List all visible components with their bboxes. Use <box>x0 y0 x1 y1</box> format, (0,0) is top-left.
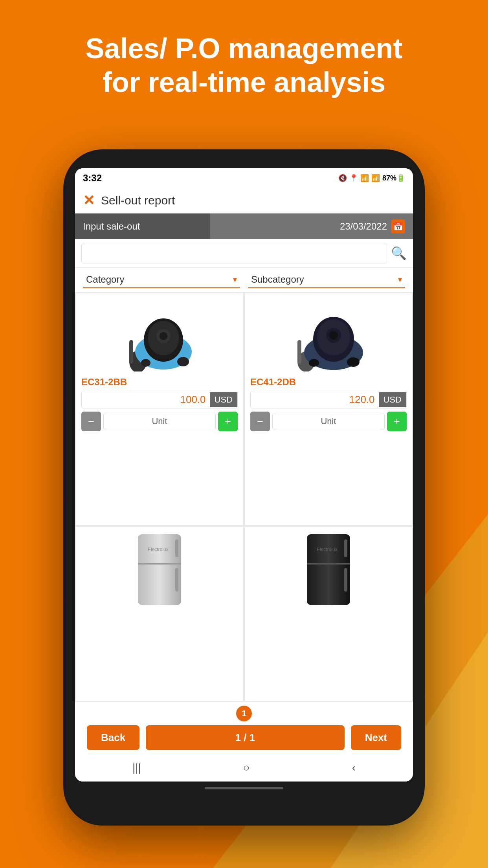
svg-point-6 <box>160 332 167 340</box>
qty-minus-button-2[interactable]: − <box>250 412 270 431</box>
svg-rect-24 <box>307 563 350 565</box>
saleout-banner: Input sale-out 23/03/2022 📅 <box>75 213 413 239</box>
product-image-1 <box>120 299 199 373</box>
status-bar: 3:32 🔇 📍 📶 📶 87%🔋 <box>75 168 413 188</box>
qty-unit-1: Unit <box>103 413 216 430</box>
app-title: Sell-out report <box>101 194 175 207</box>
svg-rect-18 <box>138 534 181 605</box>
svg-point-16 <box>347 357 360 367</box>
qty-row-1: − Unit + <box>81 412 238 431</box>
wifi-icon: 📶 <box>360 174 369 182</box>
search-icon[interactable]: 🔍 <box>391 246 407 261</box>
status-time: 3:32 <box>83 173 102 184</box>
svg-text:Electrolux: Electrolux <box>148 547 169 552</box>
product-image-2 <box>289 299 368 373</box>
qty-minus-button-1[interactable]: − <box>81 412 101 431</box>
svg-rect-20 <box>175 539 178 557</box>
price-currency-1: USD <box>210 392 237 407</box>
svg-rect-19 <box>138 563 181 565</box>
subcategory-arrow-icon: ▾ <box>398 275 402 284</box>
price-value-2: 120.0 <box>251 391 379 408</box>
product-card-4: Electrolux <box>245 527 412 701</box>
svg-rect-10 <box>297 340 301 364</box>
location-icon: 📍 <box>349 174 358 182</box>
next-button[interactable]: Next <box>351 725 401 750</box>
product-name-2: EC41-2DB <box>250 377 296 388</box>
product-image-3: Electrolux <box>120 532 199 607</box>
hero-line-1: Sales/ P.O management <box>31 31 457 65</box>
svg-rect-23 <box>307 534 350 605</box>
product-name-1: EC31-2BB <box>81 377 127 388</box>
mute-icon: 🔇 <box>338 174 347 182</box>
calendar-icon[interactable]: 📅 <box>391 219 405 234</box>
svg-rect-21 <box>175 568 178 592</box>
price-row-1: 100.0 USD <box>81 391 238 408</box>
search-input[interactable] <box>81 243 387 263</box>
phone-home-bar <box>205 787 283 789</box>
banner-label: Input sale-out <box>83 221 140 232</box>
hero-line-2: for real-time analysis <box>31 65 457 99</box>
product-image-4: Electrolux <box>289 532 368 607</box>
products-grid: EC31-2BB 100.0 USD − Unit + <box>75 292 413 702</box>
status-icons: 🔇 📍 📶 📶 87%🔋 <box>338 174 405 182</box>
phone-notch <box>189 153 299 164</box>
price-row-2: 120.0 USD <box>250 391 407 408</box>
android-nav-bar: ||| ○ ‹ <box>75 754 413 782</box>
back-button[interactable]: Back <box>87 725 139 750</box>
android-back-icon[interactable]: ‹ <box>352 761 356 774</box>
page-count-label: 1 / 1 <box>146 725 344 750</box>
svg-point-8 <box>141 359 150 367</box>
category-filter[interactable]: Category ▾ <box>83 272 240 288</box>
product-card-2: EC41-2DB 120.0 USD − Unit + <box>245 293 412 525</box>
app-bar: ✕ Sell-out report <box>75 188 413 213</box>
svg-rect-26 <box>344 568 347 592</box>
phone-screen: 3:32 🔇 📍 📶 📶 87%🔋 ✕ Sell-out report Inpu… <box>75 168 413 782</box>
product-card-3: Electrolux <box>76 527 243 701</box>
android-home-icon[interactable]: ○ <box>243 761 250 774</box>
svg-point-17 <box>309 359 319 367</box>
signal-icon: 📶 <box>371 174 380 182</box>
nav-buttons: Back 1 / 1 Next <box>87 725 401 750</box>
qty-row-2: − Unit + <box>250 412 407 431</box>
battery-icon: 87%🔋 <box>382 174 405 182</box>
qty-plus-button-1[interactable]: + <box>218 412 238 431</box>
banner-date-text: 23/03/2022 <box>340 221 387 232</box>
close-button[interactable]: ✕ <box>83 192 95 209</box>
filter-row: Category ▾ Subcategory ▾ <box>75 268 413 292</box>
android-menu-icon[interactable]: ||| <box>132 761 141 774</box>
svg-text:Electrolux: Electrolux <box>317 547 338 552</box>
qty-unit-2: Unit <box>272 413 385 430</box>
search-bar: 🔍 <box>75 239 413 268</box>
svg-rect-1 <box>129 340 133 364</box>
page-indicator: 1 <box>87 706 401 721</box>
category-arrow-icon: ▾ <box>233 275 237 284</box>
qty-plus-button-2[interactable]: + <box>387 412 407 431</box>
price-currency-2: USD <box>379 392 406 407</box>
subcategory-label: Subcategory <box>251 274 304 285</box>
svg-point-7 <box>177 357 189 366</box>
svg-rect-25 <box>344 539 347 557</box>
phone-frame: 3:32 🔇 📍 📶 📶 87%🔋 ✕ Sell-out report Inpu… <box>63 149 425 826</box>
subcategory-filter[interactable]: Subcategory ▾ <box>248 272 405 288</box>
price-value-1: 100.0 <box>82 391 210 408</box>
product-card-1: EC31-2BB 100.0 USD − Unit + <box>76 293 243 525</box>
hero-heading: Sales/ P.O management for real-time anal… <box>0 31 488 99</box>
bottom-nav: 1 Back 1 / 1 Next <box>75 702 413 754</box>
banner-date: 23/03/2022 📅 <box>340 219 405 234</box>
category-label: Category <box>86 274 124 285</box>
page-dot-1: 1 <box>236 706 252 721</box>
svg-point-15 <box>329 331 338 340</box>
